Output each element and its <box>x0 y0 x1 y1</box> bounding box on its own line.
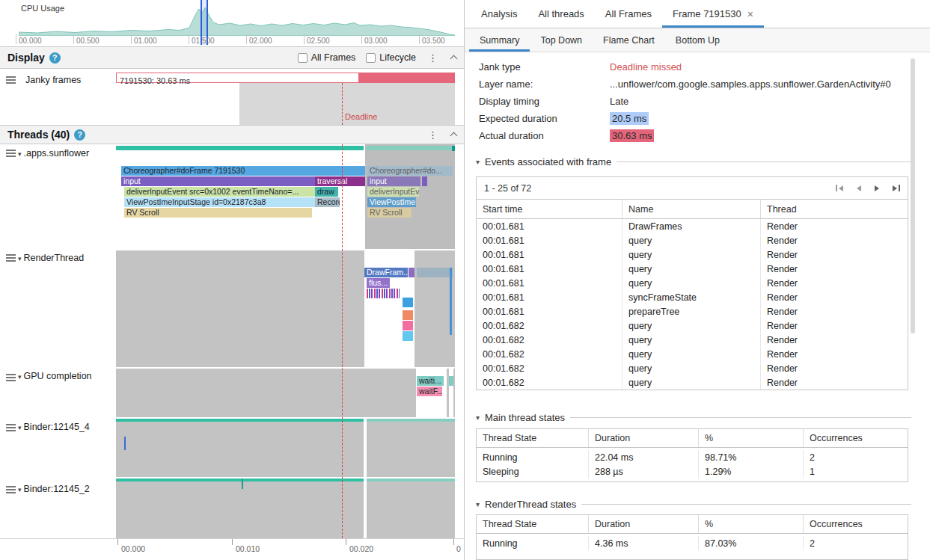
table-row[interactable]: 00:01.682queryRender <box>477 319 908 333</box>
drag-handle-icon[interactable] <box>6 374 16 381</box>
drag-handle-icon[interactable] <box>6 76 16 84</box>
table-row[interactable]: 00:01.681prepareTreeRender <box>477 304 908 319</box>
collapse-arrow-icon[interactable]: ▾ <box>476 500 480 508</box>
frame-bar-expected[interactable]: 7191530: 30.63 ms <box>116 73 359 83</box>
table-row[interactable]: 00:01.681queryRender <box>477 247 908 262</box>
column-header-thread-state[interactable]: Thread State <box>477 515 589 533</box>
table-row[interactable]: 00:01.681queryRender <box>477 233 908 247</box>
trace-event-block[interactable] <box>403 310 413 320</box>
all-frames-checkbox[interactable] <box>298 53 308 63</box>
trace-event-thread-activity[interactable] <box>116 479 364 481</box>
column-header-duration[interactable]: Duration <box>589 429 699 447</box>
table-row[interactable]: Running4.36 ms87.03%2 <box>477 536 908 550</box>
more-options-icon[interactable]: ⋮ <box>428 130 438 140</box>
renderthread-states-section-header[interactable]: ▾ RenderThread states <box>476 499 911 510</box>
trace-event-input-dim[interactable]: input <box>367 176 420 186</box>
trace-event-flush[interactable]: flus... <box>367 278 390 288</box>
trace-event-thread-activity-dim[interactable] <box>367 146 452 150</box>
tab-all-threads[interactable]: All threads <box>527 0 594 28</box>
help-icon[interactable]: ? <box>74 129 85 141</box>
main-thread-states-section-header[interactable]: ▾ Main thread states <box>476 412 911 423</box>
cpu-usage-chart[interactable] <box>19 4 455 36</box>
events-section-header[interactable]: ▾ Events associated with frame <box>476 156 911 167</box>
collapse-section-icon[interactable] <box>451 128 456 141</box>
trace-event-viewpost[interactable]: ViewPostImeInputStage id=0x2187c3a8 <box>124 197 315 207</box>
trace-event-viewpost-dim[interactable]: ViewPostImeInp... <box>367 197 416 207</box>
trace-event-block[interactable] <box>403 321 413 330</box>
trace-event-input[interactable]: input <box>121 176 315 186</box>
table-row[interactable]: Running22.04 ms98.71%2 <box>477 450 908 464</box>
frame-bar-overrun[interactable] <box>359 73 455 83</box>
column-header-start-time[interactable]: Start time <box>477 200 622 218</box>
tab-summary[interactable]: Summary <box>469 28 530 52</box>
table-row[interactable]: 00:01.682queryRender <box>477 347 908 361</box>
expand-arrow-icon[interactable]: ▾ <box>18 424 22 431</box>
trace-event-tick[interactable] <box>242 479 243 489</box>
table-row[interactable]: Sleeping288 µs1.29%1 <box>477 464 908 479</box>
trace-event-deliver-input[interactable]: deliverInputEvent src=0x1002 eventTimeNa… <box>124 187 315 197</box>
column-header-thread-state[interactable]: Thread State <box>477 429 589 447</box>
lifecycle-checkbox[interactable] <box>366 53 376 63</box>
table-row[interactable]: 00:01.681queryRender <box>477 262 908 276</box>
trace-event-traversal[interactable]: traversal <box>315 176 365 186</box>
drag-handle-icon[interactable] <box>6 254 16 262</box>
trace-event-waitfence[interactable]: waitF... <box>417 387 442 396</box>
trace-event-thread-activity-dim[interactable] <box>367 479 455 481</box>
trace-event-choreographer-dim[interactable]: Choreographer#do... <box>367 166 453 176</box>
column-header-thread[interactable]: Thread <box>761 200 908 218</box>
trace-event-stripe-group[interactable] <box>367 289 400 298</box>
trace-event-rv-scroll-dim[interactable]: RV Scroll <box>367 208 412 218</box>
prev-page-button[interactable] <box>857 185 861 191</box>
column-header-name[interactable]: Name <box>622 200 761 218</box>
column-header-percent[interactable]: % <box>699 429 804 447</box>
expand-arrow-icon[interactable]: ▾ <box>18 373 22 381</box>
expand-arrow-icon[interactable]: ▾ <box>18 150 22 158</box>
trace-event-dim-bar[interactable] <box>417 268 453 277</box>
trace-event-block[interactable] <box>403 331 413 341</box>
trace-event-deliver-input-dim[interactable]: deliverInputEven... <box>367 187 419 197</box>
drag-handle-icon[interactable] <box>6 424 16 431</box>
tab-all-frames[interactable]: All Frames <box>595 0 662 28</box>
collapse-section-icon[interactable] <box>451 51 456 64</box>
expand-arrow-icon[interactable]: ▾ <box>18 255 22 262</box>
next-page-button[interactable] <box>875 185 879 191</box>
first-page-button[interactable] <box>836 185 843 191</box>
column-header-duration[interactable]: Duration <box>589 515 699 533</box>
trace-event-drawframes[interactable]: DrawFram... <box>364 268 408 277</box>
last-page-button[interactable] <box>893 185 900 191</box>
thread-label-binder-12145-2[interactable]: ▾Binder:12145_2 <box>18 484 90 494</box>
table-row[interactable]: 00:01.681syncFrameStateRender <box>477 290 908 304</box>
close-tab-icon[interactable]: × <box>747 8 753 20</box>
tab-bottom-up[interactable]: Bottom Up <box>665 28 730 52</box>
thread-label-binder-12145-4[interactable]: ▾Binder:12145_4 <box>18 422 90 432</box>
tab-top-down[interactable]: Top Down <box>530 28 593 52</box>
tab-flame-chart[interactable]: Flame Chart <box>593 28 665 52</box>
column-header-percent[interactable]: % <box>699 515 804 533</box>
trace-event-thread-activity[interactable] <box>116 419 364 422</box>
janky-frames-label[interactable]: Janky frames <box>25 75 81 85</box>
trace-event-tick[interactable] <box>124 437 126 450</box>
tab-analysis[interactable]: Analysis <box>471 0 527 28</box>
more-options-icon[interactable]: ⋮ <box>428 53 438 63</box>
trace-event-waiting[interactable]: waiti... <box>417 376 444 386</box>
trace-event-record[interactable]: Record ... <box>315 197 340 207</box>
tab-frame-7191530[interactable]: Frame 7191530× <box>662 0 764 28</box>
drag-handle-icon[interactable] <box>6 486 16 493</box>
table-row[interactable]: 00:01.682queryRender <box>477 361 908 375</box>
panel-scrollbar[interactable] <box>911 58 915 333</box>
trace-event-rv-scroll[interactable]: RV Scroll <box>124 208 312 218</box>
trace-event-choreographer[interactable]: Choreographer#doFrame 7191530 <box>121 166 365 176</box>
expand-arrow-icon[interactable]: ▾ <box>18 486 22 493</box>
table-row[interactable]: 00:01.681queryRender <box>477 276 908 290</box>
drag-handle-icon[interactable] <box>6 150 16 157</box>
column-header-occurrences[interactable]: Occurrences <box>804 429 908 447</box>
table-row[interactable]: 00:01.682queryRender <box>477 375 908 390</box>
thread-label-apps-sunflower[interactable]: ▾.apps.sunflower <box>18 148 89 159</box>
trace-event-block[interactable] <box>403 298 413 307</box>
table-row[interactable]: 00:01.682queryRender <box>477 333 908 347</box>
thread-label-gpu-completion[interactable]: ▾GPU completion <box>18 371 92 381</box>
collapse-arrow-icon[interactable]: ▾ <box>476 158 480 166</box>
collapse-arrow-icon[interactable]: ▾ <box>476 413 480 422</box>
thread-label-renderthread[interactable]: ▾RenderThread <box>18 253 84 263</box>
trace-event-thread-activity[interactable] <box>116 146 364 150</box>
